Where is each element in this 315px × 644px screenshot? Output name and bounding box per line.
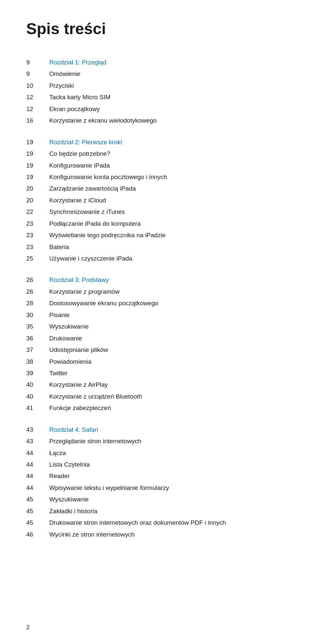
toc-entry: 37Udostępnianie plików	[26, 345, 289, 355]
toc-number: 16	[26, 116, 49, 125]
toc-label: Ekran początkowy	[49, 104, 100, 114]
toc-entry: 46Wycinki ze stron internetowych	[26, 530, 289, 539]
toc-number: 37	[26, 345, 49, 355]
toc-label: Twitter	[49, 368, 68, 378]
toc-number: 28	[26, 298, 49, 308]
toc-number: 26	[26, 287, 49, 296]
toc-entry: 44Łącza	[26, 448, 289, 458]
toc-container: 9Rozdział 1: Przegląd9Omówienie10Przycis…	[26, 58, 289, 539]
toc-number: 23	[26, 219, 49, 228]
toc-entry: 43Przeglądanie stron internetowych	[26, 436, 289, 446]
toc-label: Używanie i czyszczenie iPada	[49, 254, 132, 263]
toc-label: Rozdział 2: Pierwsze kroki	[49, 137, 122, 147]
toc-entry: 44Lista Czytelnia	[26, 460, 289, 469]
toc-number: 41	[26, 403, 49, 413]
toc-label: Powiadomienia	[49, 357, 92, 366]
toc-number: 20	[26, 184, 49, 193]
toc-label: Funkcje zabezpieczeń	[49, 403, 111, 413]
toc-label: Wyszukiwanie	[49, 494, 89, 504]
toc-label: Co będzie potrzebne?	[49, 149, 110, 158]
toc-label: Łącza	[49, 448, 66, 458]
toc-entry: 25Używanie i czyszczenie iPada	[26, 254, 289, 263]
toc-label: Pisanie	[49, 310, 70, 320]
toc-section-2: 19Rozdział 2: Pierwsze kroki19Co będzie …	[26, 137, 289, 264]
toc-number: 44	[26, 448, 49, 458]
toc-entry: 40Korzystanie z urządzeń Bluetooth	[26, 392, 289, 401]
toc-entry: 19Rozdział 2: Pierwsze kroki	[26, 137, 289, 147]
toc-number: 38	[26, 357, 49, 366]
toc-label: Konfigurowanie konta pocztowego i innych	[49, 172, 167, 182]
toc-number: 12	[26, 92, 49, 102]
toc-label: Bateria	[49, 242, 69, 252]
toc-label: Wyszukiwanie	[49, 322, 89, 331]
toc-entry: 45Zakładki i historia	[26, 506, 289, 516]
toc-label: Przeglądanie stron internetowych	[49, 436, 141, 446]
toc-entry: 44Wpisywanie tekstu i wypełnianie formul…	[26, 483, 289, 493]
toc-label: Synchronizowanie z iTunes	[49, 207, 125, 217]
page-title: Spis treści	[26, 20, 289, 38]
toc-number: 20	[26, 196, 49, 205]
toc-entry: 23Bateria	[26, 242, 289, 252]
toc-label: Korzystanie z urządzeń Bluetooth	[49, 392, 142, 401]
toc-entry: 12Tacka karty Micro SIM	[26, 92, 289, 102]
toc-section-1: 9Rozdział 1: Przegląd9Omówienie10Przycis…	[26, 58, 289, 126]
toc-entry: 44Reader	[26, 471, 289, 481]
toc-label: Korzystanie z programów	[49, 287, 119, 296]
toc-number: 36	[26, 334, 49, 343]
toc-number: 39	[26, 368, 49, 378]
toc-entry: 12Ekran początkowy	[26, 104, 289, 114]
toc-entry: 36Drukowanie	[26, 334, 289, 343]
toc-entry: 45Drukowanie stron internetowych oraz do…	[26, 518, 289, 527]
toc-number: 46	[26, 530, 49, 539]
toc-number: 19	[26, 137, 49, 147]
toc-number: 19	[26, 161, 49, 170]
toc-number: 45	[26, 494, 49, 504]
toc-entry: 41Funkcje zabezpieczeń	[26, 403, 289, 413]
toc-section-3: 26Rozdział 3: Podstawy26Korzystanie z pr…	[26, 275, 289, 413]
toc-label: Dostosowywanie ekranu początkowego	[49, 298, 158, 308]
toc-number: 43	[26, 425, 49, 434]
toc-number: 22	[26, 207, 49, 217]
toc-entry: 19Co będzie potrzebne?	[26, 149, 289, 158]
toc-entry: 38Powiadomienia	[26, 357, 289, 366]
toc-entry: 9Omówienie	[26, 69, 289, 79]
toc-entry: 22Synchronizowanie z iTunes	[26, 207, 289, 217]
toc-number: 40	[26, 380, 49, 389]
toc-label: Przyciski	[49, 81, 74, 90]
toc-label: Konfigurowanie iPada	[49, 161, 110, 170]
toc-label: Wpisywanie tekstu i wypełnianie formular…	[49, 483, 169, 493]
toc-entry: 9Rozdział 1: Przegląd	[26, 58, 289, 67]
toc-label: Rozdział 4: Safari	[49, 425, 98, 434]
toc-number: 30	[26, 310, 49, 320]
toc-number: 45	[26, 506, 49, 516]
toc-number: 45	[26, 518, 49, 527]
toc-entry: 10Przyciski	[26, 81, 289, 90]
toc-number: 35	[26, 322, 49, 331]
toc-label: Korzystanie z iCloud	[49, 196, 106, 205]
toc-label: Omówienie	[49, 69, 80, 79]
toc-label: Wycinki ze stron internetowych	[49, 530, 135, 539]
toc-number: 44	[26, 471, 49, 481]
toc-label: Reader	[49, 471, 70, 481]
toc-entry: 35Wyszukiwanie	[26, 322, 289, 331]
toc-number: 23	[26, 242, 49, 252]
toc-label: Korzystanie z ekranu wielodotykowego	[49, 116, 157, 125]
toc-label: Podłączanie iPada do komputera	[49, 219, 141, 228]
toc-label: Tacka karty Micro SIM	[49, 92, 111, 102]
toc-number: 12	[26, 104, 49, 114]
toc-label: Zakładki i historia	[49, 506, 97, 516]
toc-number: 43	[26, 436, 49, 446]
toc-label: Zarządzanie zawartością iPada	[49, 184, 136, 193]
toc-entry: 16Korzystanie z ekranu wielodotykowego	[26, 116, 289, 125]
toc-number: 44	[26, 460, 49, 469]
toc-entry: 20Zarządzanie zawartością iPada	[26, 184, 289, 193]
toc-entry: 23Wyświetlanie tego podręcznika na iPadz…	[26, 230, 289, 240]
toc-label: Korzystanie z AirPlay	[49, 380, 108, 389]
toc-label: Lista Czytelnia	[49, 460, 90, 469]
toc-label: Rozdział 1: Przegląd	[49, 58, 106, 67]
toc-entry: 19Konfigurowanie konta pocztowego i inny…	[26, 172, 289, 182]
toc-label: Drukowanie stron internetowych oraz doku…	[49, 518, 226, 527]
toc-number: 25	[26, 254, 49, 263]
toc-number: 9	[26, 58, 49, 67]
toc-entry: 30Pisanie	[26, 310, 289, 320]
